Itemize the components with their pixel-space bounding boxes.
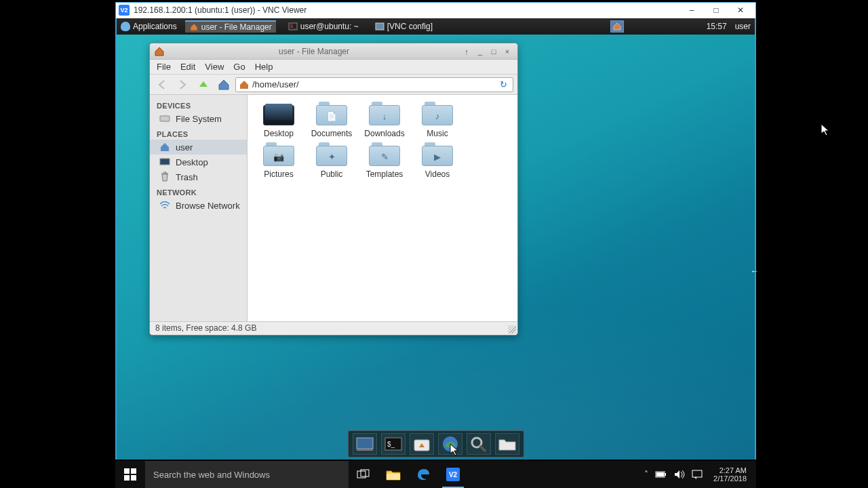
folder-music[interactable]: ♪Music: [412, 102, 463, 138]
vnc-app-icon: V2: [119, 5, 130, 16]
start-button[interactable]: [115, 461, 145, 488]
taskbar-file-explorer[interactable]: [378, 461, 408, 488]
home-icon: [159, 142, 170, 152]
nav-forward-button[interactable]: [174, 77, 192, 93]
remote-desktop[interactable]: Applications user - File Manager $_ user…: [115, 18, 756, 460]
svg-rect-4: [160, 159, 170, 165]
sidebar-item-trash[interactable]: Trash: [150, 169, 247, 184]
reload-button[interactable]: ↻: [496, 78, 510, 92]
folder-label: Documents: [311, 129, 353, 138]
desktop-icon: [263, 102, 294, 126]
file-manager-titlebar[interactable]: user - File Manager ↑ _ □ ×: [150, 43, 517, 60]
taskbar-edge[interactable]: [408, 461, 438, 488]
trash-icon: [159, 171, 170, 182]
search-box[interactable]: Search the web and Windows: [145, 461, 349, 488]
window-up-button[interactable]: ↑: [460, 46, 473, 57]
dock-directory[interactable]: [495, 433, 519, 455]
folder-desktop[interactable]: Desktop: [253, 102, 304, 138]
svg-point-11: [472, 438, 481, 447]
folder-downloads[interactable]: ↓Downloads: [359, 102, 410, 138]
home-icon: [189, 22, 199, 32]
window-title: user - File Manager: [169, 47, 459, 56]
folder-label: Templates: [366, 169, 403, 179]
terminal-icon: $_: [288, 22, 298, 31]
svg-rect-21: [665, 473, 666, 476]
menu-go[interactable]: Go: [233, 62, 245, 72]
svg-rect-16: [131, 475, 136, 481]
file-manager-statusbar: 8 items, Free space: 4.8 GB: [150, 321, 517, 335]
taskbar-vnc-viewer[interactable]: V2: [438, 461, 468, 488]
folder-templates[interactable]: ✎Templates: [359, 142, 410, 179]
folder-icon: 📄: [316, 102, 347, 126]
vnc-app-icon: V2: [446, 468, 460, 481]
clock-time: 2:27 AM: [713, 466, 747, 474]
task-label: user@ubuntu: ~: [300, 22, 359, 31]
sidebar-item-label: Trash: [176, 172, 198, 182]
svg-rect-13: [124, 468, 130, 474]
folder-public[interactable]: ✦Public: [306, 142, 357, 179]
notifications-icon[interactable]: [692, 470, 703, 479]
resize-grip[interactable]: [508, 325, 516, 333]
window-close-button[interactable]: ×: [501, 46, 513, 57]
dock-show-desktop[interactable]: [353, 433, 377, 455]
menu-help[interactable]: Help: [255, 62, 273, 72]
close-button[interactable]: ✕: [728, 3, 753, 17]
svg-rect-5: [357, 438, 373, 449]
taskbar-clock[interactable]: 2:27 AM 2/17/2018: [709, 466, 751, 483]
status-text: 8 items, Free space: 4.8 GB: [155, 323, 256, 333]
sidebar-item-label: user: [176, 142, 193, 152]
tray-expand-icon[interactable]: ˄: [644, 470, 648, 479]
nav-home-button[interactable]: [215, 77, 233, 93]
xfce-dock: $_: [348, 430, 524, 458]
folder-documents[interactable]: 📄Documents: [306, 102, 357, 138]
menu-view[interactable]: View: [205, 62, 224, 72]
path-bar[interactable]: /home/user/ ↻: [235, 77, 513, 92]
task-vnc-config[interactable]: [VNC config]: [371, 21, 437, 32]
sidebar-item-desktop[interactable]: Desktop: [150, 155, 247, 169]
folder-pictures[interactable]: 📷Pictures: [253, 142, 304, 179]
panel-clock[interactable]: 15:57: [707, 22, 727, 31]
nav-back-button[interactable]: [154, 77, 172, 93]
file-manager-window: user - File Manager ↑ _ □ × File Edit Vi…: [149, 43, 518, 336]
folder-icon: ▶: [422, 142, 453, 167]
applications-label: Applications: [133, 22, 177, 31]
window-minimize-button[interactable]: _: [474, 46, 486, 57]
folder-label: Downloads: [364, 129, 404, 138]
task-view-button[interactable]: [349, 461, 378, 488]
task-label: user - File Manager: [201, 22, 272, 32]
vnc-titlebar[interactable]: V2 192.168.1.200:1 (ubuntu:1 (user)) - V…: [116, 3, 755, 18]
sidebar-item-user[interactable]: user: [150, 140, 247, 155]
folder-videos[interactable]: ▶Videos: [412, 142, 463, 179]
sidebar-item-filesystem[interactable]: File System: [150, 111, 247, 126]
sidebar-item-browse-network[interactable]: Browse Network: [150, 198, 247, 213]
menu-edit[interactable]: Edit: [180, 62, 195, 72]
task-terminal[interactable]: $_ user@ubuntu: ~: [284, 21, 363, 32]
battery-icon[interactable]: [655, 470, 667, 479]
svg-text:$_: $_: [387, 441, 395, 448]
folder-label: Desktop: [264, 129, 294, 138]
dock-terminal[interactable]: $_: [381, 433, 406, 455]
vnc-panel-handle[interactable]: ←: [751, 266, 759, 276]
volume-icon[interactable]: [674, 470, 685, 479]
folder-label: Music: [427, 129, 448, 138]
task-file-manager[interactable]: user - File Manager: [185, 20, 276, 33]
file-manager-content[interactable]: Desktop📄Documents↓Downloads♪Music📷Pictur…: [248, 95, 517, 321]
show-desktop-button[interactable]: [610, 20, 624, 33]
dock-app-finder[interactable]: [467, 433, 491, 455]
task-label: [VNC config]: [387, 22, 433, 31]
minimize-button[interactable]: –: [679, 3, 704, 17]
panel-user[interactable]: user: [735, 22, 751, 31]
sidebar-heading-network: NETWORK: [150, 184, 247, 198]
applications-menu[interactable]: Applications: [121, 22, 177, 31]
dock-web-browser[interactable]: [438, 433, 462, 455]
svg-text:$_: $_: [290, 24, 296, 29]
folder-icon: ✦: [316, 142, 347, 167]
host-cursor: [821, 123, 830, 137]
drive-icon: [159, 113, 170, 124]
menu-file[interactable]: File: [157, 62, 171, 72]
nav-up-button[interactable]: [195, 77, 212, 93]
window-maximize-button[interactable]: □: [488, 46, 500, 57]
dock-file-manager[interactable]: [410, 433, 434, 455]
clock-date: 2/17/2018: [713, 474, 747, 483]
maximize-button[interactable]: □: [704, 3, 728, 17]
